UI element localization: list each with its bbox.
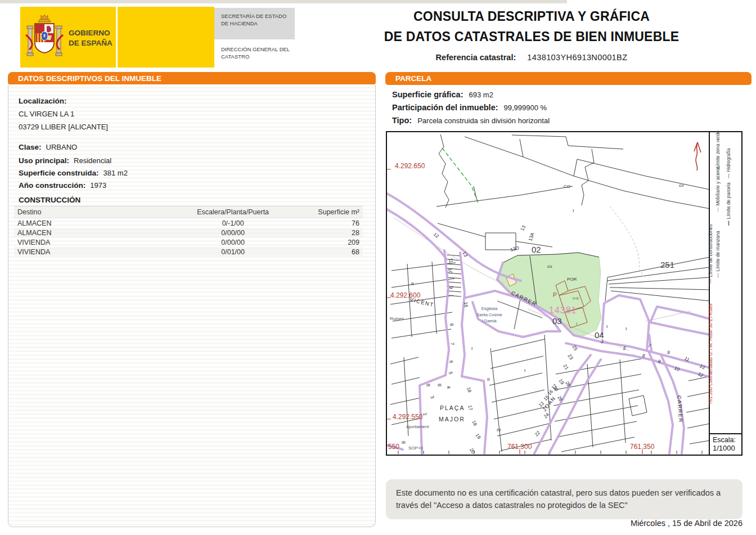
map-label: IV — [497, 428, 501, 433]
legend-swatch: — — [715, 208, 721, 213]
map-label: 02 — [532, 245, 541, 254]
cadastral-map[interactable]: 4.292.6504.292.6004.292.550550761.300761… — [386, 131, 742, 456]
gobierno-label: GOBIERNO DE ESPAÑA — [69, 28, 112, 48]
map-label: 550 — [388, 443, 399, 451]
table-row: ALMACEN0/-1/0076 — [14, 218, 363, 228]
table-cell: ALMACEN — [14, 228, 180, 237]
legend-item-zonaverde: —Límite zona verde — [715, 131, 721, 175]
north-arrow-icon — [694, 142, 701, 170]
map-label: CARRER — [676, 395, 684, 423]
map-label: 6 — [448, 360, 454, 363]
field-superficie-construida: Superficie construida:381 m2 — [19, 169, 128, 177]
map-label: Esglesia — [482, 306, 498, 311]
legend-item-construcciones: —Límite de construcciones — [708, 224, 713, 284]
map-label: SOP+II — [408, 446, 423, 451]
address-line1: CL VIRGEN LA 1 — [19, 110, 74, 118]
map-label: 22 — [533, 429, 541, 437]
map-label: 5 — [448, 371, 453, 375]
map-legend: —Límite de parcela—Hidrografía—Mobiliari… — [709, 132, 741, 455]
map-label: I — [471, 346, 472, 351]
table-cell: 0/00/00 — [180, 237, 286, 247]
legend-label: Hidrografía — [726, 148, 731, 172]
map-label: 4 — [446, 385, 452, 390]
scale-label: Escala: — [713, 436, 741, 444]
map-label: 19 — [474, 433, 482, 440]
map-label: 18 — [466, 386, 472, 393]
map-label: VICENT — [410, 296, 435, 308]
field-ano-construccion: Año construcción:1973 — [19, 181, 106, 190]
table-cell: 0/00/00 — [180, 228, 286, 237]
green-zone-line — [442, 148, 479, 204]
map-label: 761.300 — [507, 443, 532, 451]
legend-swatch: — — [726, 174, 731, 179]
field-clase: Clase:URBANO — [19, 143, 77, 151]
left-panel-header: DATOS DESCRIPTIVOS DEL INMUEBLE — [8, 72, 376, 85]
map-label: 7 — [449, 342, 455, 345]
legend-label: Límite de construcciones — [708, 224, 713, 277]
table-cell: VIVIENDA — [14, 247, 180, 257]
map-label: I — [524, 368, 525, 373]
map-label: 3 — [429, 394, 435, 399]
legend-swatch: — — [708, 279, 713, 284]
top-strip — [0, 0, 567, 3]
table-cell: 28 — [286, 228, 363, 237]
map-label: 17 — [467, 404, 474, 411]
map-label: POR — [567, 277, 577, 282]
map-label: Ruines — [390, 316, 404, 321]
path-line — [610, 206, 644, 276]
map-label: I — [576, 321, 577, 326]
map-label: III — [438, 383, 442, 388]
map-label: MAJOR — [439, 416, 465, 422]
scale-box: Escala: 1/1000 — [709, 433, 741, 455]
legend-swatch: — — [715, 170, 721, 176]
table-row: ALMACEN0/00/0028 — [14, 228, 363, 237]
ministerio-block: MINISTERIO DE HACIENDA — [118, 7, 214, 68]
secretaria-label: SECRETARÍA DE ESTADO DE HACIENDA — [214, 8, 295, 39]
map-label: 761.350 — [630, 443, 655, 451]
map-label: 10 — [447, 268, 453, 274]
legend-label: Límite de parcela — [726, 182, 731, 219]
header-escalera: Escalera/Planta/Puerta — [180, 206, 286, 218]
disclaimer-note: Este documento no es una certificación c… — [386, 479, 742, 519]
map-label: 9 — [666, 349, 671, 356]
construccion-table: Destino Escalera/Planta/Puerta Superfici… — [14, 206, 363, 257]
address-line2: 03729 LLIBER [ALICANTE] — [19, 123, 108, 131]
table-cell: 76 — [286, 218, 363, 228]
map-label: 4.292.650 — [395, 162, 425, 170]
map-label: 13D — [510, 245, 520, 252]
map-label: I — [573, 208, 574, 213]
map-label: Santa Cosme — [476, 312, 502, 317]
map-label: 9 — [448, 286, 454, 289]
map-label: 19 — [557, 378, 565, 386]
map-label: CO — [564, 184, 570, 189]
left-panel-body: Localización: CL VIRGEN LA 1 03729 LLIBE… — [8, 84, 376, 527]
map-label: II — [411, 281, 413, 286]
map-label: 16 — [463, 302, 469, 308]
map-label: III — [426, 383, 430, 388]
title-line1: CONSULTA DESCRIPTIVA Y GRÁFICA — [368, 9, 695, 24]
table-header-row: Destino Escalera/Planta/Puerta Superfici… — [14, 206, 363, 218]
table-cell: 209 — [286, 237, 363, 247]
map-label: I+II — [573, 296, 579, 301]
legend-label: Límite zona verde — [715, 131, 721, 169]
map-label: 13 — [461, 250, 469, 258]
map-label: 14381 — [549, 305, 577, 315]
map-label: 12 — [433, 231, 440, 239]
table-row: VIVIENDA0/00/00209 — [14, 237, 363, 247]
gobierno-block: GOBIERNO DE ESPAÑA — [20, 7, 116, 68]
map-label: 13 — [519, 224, 526, 232]
table-cell: 0/01/00 — [180, 247, 286, 257]
map-label: I — [626, 326, 627, 331]
parcela-fields: Superficie gráfica:693 m2 Participación … — [392, 90, 752, 129]
cadastral-document: GOBIERNO DE ESPAÑA MINISTERIO DE HACIEND… — [0, 0, 756, 535]
map-label: 12 — [697, 371, 704, 379]
legend-swatch: — — [726, 221, 731, 226]
legend-label: Límite de manzana — [715, 231, 721, 271]
map-label: co — [547, 264, 552, 269]
map-label: 18 — [471, 419, 478, 426]
field-superficie-grafica: Superficie gráfica:693 m2 — [392, 90, 752, 99]
map-label: 2 — [422, 412, 428, 416]
government-logo: GOBIERNO DE ESPAÑA MINISTERIO DE HACIEND… — [20, 7, 274, 68]
table-cell: ALMACEN — [14, 218, 180, 228]
table-cell: VIVIENDA — [14, 237, 180, 247]
